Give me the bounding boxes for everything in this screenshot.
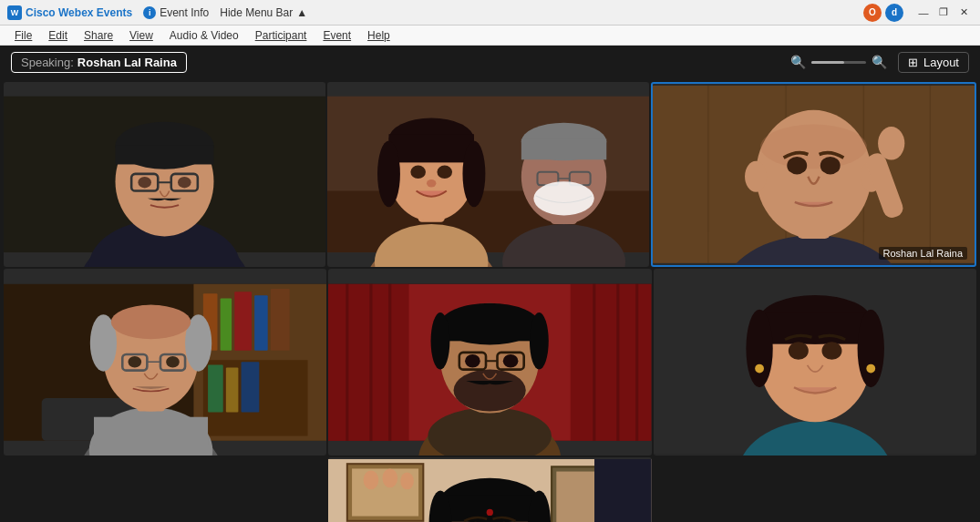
svg-point-52: [878, 127, 904, 160]
speaking-name: Roshan Lal Raina: [77, 56, 177, 69]
participant-cell-2: [327, 82, 649, 267]
svg-point-111: [746, 310, 772, 388]
hide-menu-button[interactable]: Hide Menu Bar ▲: [220, 6, 307, 19]
title-bar-right: O d — ❐ ✕: [863, 4, 973, 22]
svg-rect-6: [116, 146, 214, 165]
layout-icon: ⊞: [908, 56, 918, 69]
event-info-button[interactable]: i Event Info: [143, 6, 209, 19]
participant-video-6: [654, 269, 976, 456]
participant-video-5: [328, 269, 651, 456]
svg-point-96: [530, 312, 549, 370]
video-row-3: [4, 457, 976, 522]
title-bar: W Cisco Webex Events i Event Info Hide M…: [0, 0, 980, 26]
video-grid: Roshan Lal Raina: [0, 78, 980, 522]
volume-fill: [811, 61, 844, 64]
svg-point-10: [138, 177, 151, 188]
svg-point-11: [178, 177, 191, 188]
svg-point-97: [454, 369, 526, 411]
svg-point-114: [821, 342, 841, 360]
svg-point-123: [400, 473, 414, 490]
svg-rect-67: [94, 416, 208, 445]
participant-video-3: [653, 84, 975, 265]
menu-bar: File Edit Share View Audio & Video Parti…: [0, 26, 980, 46]
svg-rect-61: [208, 364, 223, 412]
event-info-label: Event Info: [160, 6, 209, 19]
svg-point-122: [383, 469, 398, 488]
svg-point-112: [857, 310, 883, 388]
svg-point-101: [465, 354, 480, 368]
svg-rect-94: [440, 317, 539, 341]
svg-rect-126: [594, 459, 652, 522]
svg-point-115: [755, 363, 764, 373]
app-name-label: Cisco Webex Events: [26, 6, 132, 19]
svg-point-77: [166, 356, 180, 368]
webex-logo-icon: W: [7, 5, 22, 20]
restore-button[interactable]: ❐: [934, 4, 953, 22]
menu-edit[interactable]: Edit: [41, 27, 75, 44]
participant-video-7: [328, 457, 652, 522]
toolbar: Speaking: Roshan Lal Raina 🔍 🔍 ⊞ Layout: [0, 46, 980, 78]
participant-video-4: [4, 269, 326, 456]
svg-rect-62: [226, 367, 239, 412]
minimize-button[interactable]: —: [914, 4, 933, 22]
svg-point-72: [111, 304, 191, 339]
menu-help[interactable]: Help: [360, 27, 397, 44]
app-logo: W Cisco Webex Events: [7, 5, 132, 20]
menu-file[interactable]: File: [7, 27, 39, 44]
volume-control[interactable]: 🔍 🔍: [790, 55, 887, 69]
menu-participant[interactable]: Participant: [248, 27, 315, 44]
menu-audio-video[interactable]: Audio & Video: [162, 27, 246, 44]
svg-rect-58: [254, 295, 268, 350]
avatar-2[interactable]: d: [885, 4, 903, 22]
svg-rect-81: [571, 284, 652, 441]
svg-rect-56: [221, 298, 232, 350]
svg-point-137: [487, 509, 493, 516]
volume-slider[interactable]: [811, 61, 866, 64]
menu-view[interactable]: View: [122, 27, 160, 44]
menu-share[interactable]: Share: [77, 27, 120, 44]
hide-menu-label: Hide Menu Bar: [220, 6, 293, 19]
participant-video-2: [327, 82, 649, 267]
speaking-badge: Speaking: Roshan Lal Raina: [11, 52, 187, 73]
volume-high-icon: 🔍: [872, 55, 887, 69]
participant-cell-3: Roshan Lal Raina: [651, 82, 976, 267]
participant-video-1: [4, 82, 325, 267]
participant-name-3: Roshan Lal Raina: [879, 247, 967, 260]
participant-cell-6: [654, 269, 976, 456]
svg-rect-80: [328, 284, 409, 441]
event-info-icon: i: [143, 6, 156, 19]
svg-rect-59: [271, 289, 290, 351]
svg-rect-132: [440, 496, 539, 522]
title-bar-left: W Cisco Webex Events i Event Info Hide M…: [7, 5, 863, 20]
svg-point-21: [462, 141, 485, 208]
svg-point-48: [820, 157, 841, 174]
svg-point-24: [427, 179, 436, 187]
svg-point-95: [431, 312, 450, 370]
toolbar-right: 🔍 🔍 ⊞ Layout: [790, 52, 969, 73]
video-row-2: [4, 269, 976, 456]
avatar-1[interactable]: O: [863, 4, 882, 22]
svg-point-49: [745, 161, 767, 192]
volume-low-icon: 🔍: [790, 55, 806, 69]
svg-point-76: [129, 356, 142, 368]
svg-rect-63: [242, 362, 260, 412]
svg-point-22: [410, 166, 426, 179]
chevron-up-icon: ▲: [296, 6, 307, 19]
participant-cell-5: [328, 269, 651, 456]
svg-point-20: [377, 141, 400, 208]
svg-point-121: [364, 471, 379, 490]
svg-point-113: [788, 342, 808, 360]
svg-point-23: [437, 166, 452, 179]
video-row-1: Roshan Lal Raina: [4, 82, 976, 267]
layout-label: Layout: [923, 56, 959, 69]
svg-rect-110: [759, 312, 871, 343]
svg-point-47: [787, 157, 807, 174]
close-button[interactable]: ✕: [954, 4, 973, 22]
participant-cell-4: [4, 269, 326, 456]
svg-rect-57: [234, 292, 252, 351]
svg-point-116: [866, 363, 875, 373]
menu-event[interactable]: Event: [315, 27, 358, 44]
layout-button[interactable]: ⊞ Layout: [898, 52, 969, 73]
window-controls: — ❐ ✕: [914, 4, 973, 22]
svg-point-102: [503, 354, 519, 368]
